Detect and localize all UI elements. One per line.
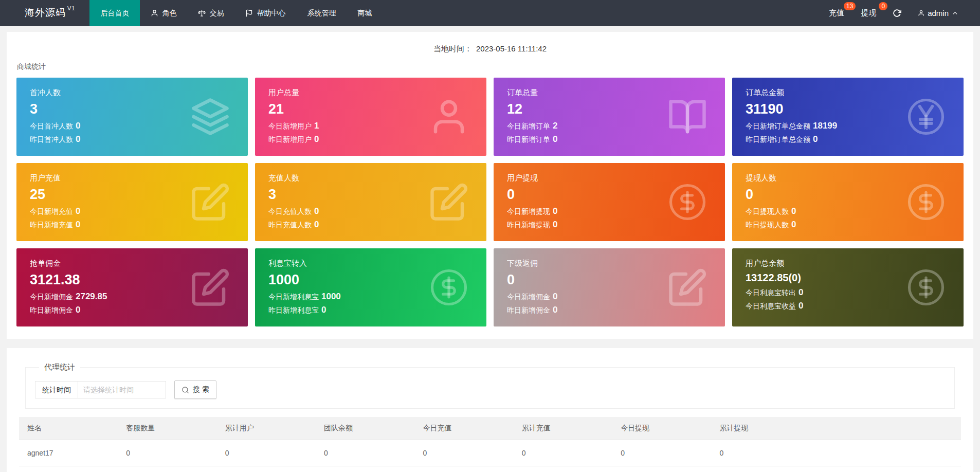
card-line2-label: 昨日新增充值 [30,221,73,229]
mall-stats-panel: 当地时间：2023-05-16 11:11:42 商城统计 首冲人数 3 今日首… [7,32,973,339]
card-line2-label: 昨日新增订单总金额 [746,135,810,143]
card-line2-value: 0 [813,134,818,144]
edit-icon [429,182,469,222]
card-line2-label: 昨日首冲人数 [30,135,73,143]
card-line1-value: 1 [314,121,319,131]
card-line2-label: 昨日充值人数 [268,221,312,229]
col-today-recharge: 今日充值 [414,417,513,440]
search-icon [182,386,189,394]
agent-search-form: 统计时间 搜 索 [35,380,945,399]
card-line1-value: 0 [76,206,80,216]
card-line2-value: 0 [314,134,319,144]
card-line1-value: 0 [553,206,557,216]
card-line1-label: 今日新增佣金 [507,293,550,301]
stat-card: 首冲人数 3 今日首冲人数0 昨日首冲人数0 [16,78,248,156]
stat-card: 用户总量 21 今日新增用户1 昨日新增用户0 [255,78,486,156]
card-line2-label: 昨日提现人数 [746,221,789,229]
navbar-right: 充值 13 提现 0 admin [821,0,980,26]
refresh-icon [893,9,901,17]
table-row: agnet17 0 0 0 0 0 0 0 [19,440,961,466]
card-line2-value: 0 [321,305,326,315]
card-line1-label: 今日新增佣金 [30,293,73,301]
nav-item-dashboard[interactable]: 后台首页 [89,0,140,26]
nav-item-roles[interactable]: 角色 [140,0,187,26]
stat-card: 用户总余额 13122.85(0) 今日利息宝转出0 今日利息宝收益0 [732,248,964,326]
dollar-icon [906,182,946,222]
card-line1-label: 今日提现人数 [746,207,789,215]
edit-icon [667,267,707,307]
cards-grid: 首冲人数 3 今日首冲人数0 昨日首冲人数0 用户总量 21 今日新增用户1 昨… [16,78,964,326]
col-service-count: 客服数量 [118,417,216,440]
stat-card: 下级返佣 0 今日新增佣金0 昨日新增佣金0 [494,248,725,326]
edit-icon [190,182,230,222]
col-today-withdraw: 今日提现 [612,417,711,440]
card-line2-value: 0 [314,220,319,229]
col-total-recharge: 累计充值 [514,417,612,440]
agent-table: 姓名 客服数量 累计用户 团队余额 今日充值 累计充值 今日提现 累计提现 ag… [19,417,961,466]
nav-item-trade[interactable]: 交易 [187,0,234,26]
card-line1-value: 0 [76,121,80,131]
top-navbar: 海外源码 V1 后台首页 角色 交易 帮助中心 系统管理 商城 充值 13 [0,0,980,26]
withdraw-button[interactable]: 提现 0 [852,0,884,26]
card-line2-label: 昨日新增用户 [268,135,312,143]
card-line2-label: 昨日新增佣金 [507,306,550,314]
stat-card: 提现人数 0 今日提现人数0 昨日提现人数0 [732,163,964,241]
nav-item-mall[interactable]: 商城 [347,0,383,26]
user-menu[interactable]: admin [910,0,967,26]
card-line1-label: 今日充值人数 [268,207,312,215]
local-time-value: 2023-05-16 11:11:42 [476,44,547,53]
main-nav: 后台首页 角色 交易 帮助中心 系统管理 商城 [89,0,383,26]
chevron-up-icon [952,10,958,16]
time-filter-label: 统计时间 [35,381,78,398]
col-total-withdraw: 累计提现 [712,417,961,440]
stat-card: 用户充值 25 今日新增充值0 昨日新增充值0 [16,163,248,241]
agent-fieldset: 代理统计 统计时间 搜 索 [25,362,955,409]
nav-item-help-center[interactable]: 帮助中心 [234,0,296,26]
yen-icon [906,97,946,137]
scales-icon [198,9,206,17]
card-line1-value: 18199 [813,121,837,131]
recharge-button[interactable]: 充值 13 [821,0,852,26]
stat-card: 订单总量 12 今日新增订单2 昨日新增订单0 [494,78,725,156]
refresh-button[interactable] [884,0,910,26]
card-line2-label: 昨日新增提现 [507,221,550,229]
card-line1-label: 今日新增订单 [507,122,550,130]
card-line2-value: 0 [791,220,796,229]
nav-item-system[interactable]: 系统管理 [296,0,347,26]
card-line2-value: 0 [553,134,557,144]
stat-card: 用户提现 0 今日新增提现0 昨日新增提现0 [494,163,725,241]
user-icon [151,9,158,17]
card-line1-label: 今日首冲人数 [30,122,73,130]
dollar-icon [906,267,946,307]
user-icon [429,97,469,137]
card-line2-value: 0 [76,220,80,229]
book-icon [667,97,707,137]
card-line1-value: 0 [553,292,557,301]
edit-icon [190,267,230,307]
card-line2-label: 昨日新增利息宝 [268,306,319,314]
brand-logo: 海外源码 V1 [0,0,89,26]
time-filter-input[interactable] [78,381,166,398]
card-line2-label: 昨日新增订单 [507,135,550,143]
card-line1-label: 今日新增订单总金额 [746,122,810,130]
card-line2-value: 0 [553,220,557,229]
col-name: 姓名 [19,417,118,440]
layers-icon [190,97,230,137]
local-time-row: 当地时间：2023-05-16 11:11:42 [16,32,964,54]
brand-name: 海外源码 [25,6,66,20]
agent-legend: 代理统计 [39,362,80,372]
cell-name: agnet17 [19,440,118,466]
table-header-row: 姓名 客服数量 累计用户 团队余额 今日充值 累计充值 今日提现 累计提现 [19,417,961,440]
card-line1-value: 1000 [321,292,341,301]
card-line2-label: 昨日新增佣金 [30,306,73,314]
card-line2-value: 0 [553,305,557,315]
card-line1-label: 今日新增提现 [507,207,550,215]
user-icon [918,10,924,16]
flag-icon [245,9,253,17]
local-time-label: 当地时间： [433,44,472,53]
stat-card: 抢单佣金 3121.38 今日新增佣金2729.85 昨日新增佣金0 [16,248,248,326]
agent-stats-panel: 代理统计 统计时间 搜 索 姓名 客服数量 累计用户 团队余额 今日充值 累计充… [7,348,973,472]
card-line2-label: 今日利息宝收益 [746,302,796,310]
search-button[interactable]: 搜 索 [174,380,216,399]
dollar-icon [429,267,469,307]
